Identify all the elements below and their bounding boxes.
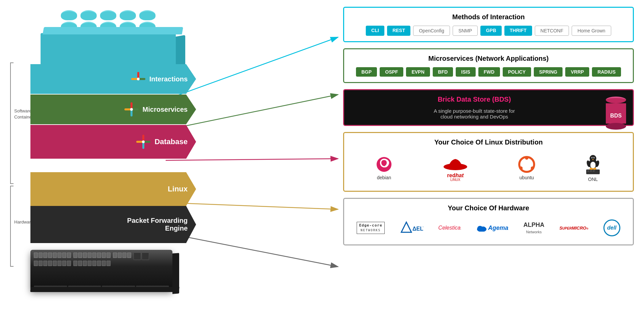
svg-point-37: [590, 155, 596, 162]
distro-ubuntu-label: ubuntu: [520, 175, 534, 180]
hardware-title: Your Choice Of Hardware: [351, 204, 626, 212]
layer-database: Database: [30, 125, 196, 159]
celestica-logo: Celestica.: [438, 225, 462, 231]
hardware-logos: Edge-core NETWORKS ΔELTA Celestica.: [351, 217, 626, 239]
svg-point-36: [590, 162, 596, 168]
distro-ubuntu: ubuntu: [518, 156, 535, 180]
lego-stud: [100, 10, 116, 20]
bds-icon: BDS: [606, 97, 626, 119]
windmill-icon-database: [136, 135, 150, 149]
software-bracket: [10, 62, 14, 184]
switch-bottom: [30, 287, 179, 292]
penguin-icon: [585, 154, 601, 175]
lego-top-face: [43, 27, 183, 34]
ubuntu-logo-icon: [518, 156, 535, 173]
vendor-supermicro: SUPERMICRO®: [559, 225, 589, 231]
layer-database-label: Database: [154, 137, 188, 146]
svg-point-14: [137, 78, 140, 80]
layer-pfe-label: Packet ForwardingEngine: [127, 217, 188, 232]
tag-policy: POLICY: [503, 67, 531, 77]
vendor-delta: ΔELTA: [400, 220, 423, 235]
layer-interactions-label: Interactions: [149, 75, 188, 83]
layer-linux-label: Linux: [168, 185, 188, 193]
software-label: Software Container: [14, 108, 33, 120]
tag-gpb: GPB: [480, 26, 501, 36]
microservices-title: Microservices (Network Applications): [351, 55, 626, 62]
svg-point-41: [594, 157, 594, 158]
layer-interactions: Interactions: [30, 64, 196, 94]
vendor-celestica: Celestica.: [438, 225, 462, 231]
tag-openconfig: OpenConfig: [413, 26, 450, 36]
svg-marker-47: [401, 222, 411, 232]
lego-stud: [120, 10, 136, 20]
hardware-panel: Your Choice Of Hardware Edge-core NETWOR…: [343, 198, 634, 245]
bds-panel: Brick Data Store (BDS) A single purpose-…: [343, 89, 634, 126]
vendor-alpha: ALPHA Networks: [523, 221, 544, 235]
bds-content: Brick Data Store (BDS) A single purpose-…: [351, 96, 626, 120]
tag-spring: SPRING: [534, 67, 563, 77]
layer-linux: Linux: [30, 172, 196, 206]
svg-text:ΔELTA: ΔELTA: [412, 226, 423, 232]
svg-point-19: [130, 108, 133, 111]
distro-debian-label: debian: [377, 175, 391, 180]
vendor-dell: dell: [603, 219, 620, 236]
layer-pfe: Packet ForwardingEngine: [30, 206, 196, 243]
distros-row: debian redhatLINUX: [351, 151, 626, 185]
hardware-bracket: [10, 186, 14, 267]
windmill-icon-microservices: [124, 102, 139, 116]
svg-point-28: [525, 156, 528, 160]
distro-onl: ONL: [585, 154, 601, 182]
vendor-agema: Agema: [477, 224, 508, 232]
switch-illustration: [30, 250, 172, 304]
delta-icon: ΔELTA: [400, 220, 423, 234]
microservices-tags: BGP OSPF EVPN BFD ISIS FWD POLICY SPRING…: [351, 67, 626, 77]
svg-rect-31: [586, 169, 600, 174]
svg-point-51: [481, 227, 486, 231]
methods-panel: Methods of Interaction CLI REST OpenConf…: [343, 7, 634, 42]
left-section: Software Container Hardware: [10, 10, 220, 307]
lego-stud: [61, 10, 77, 20]
svg-point-40: [592, 157, 592, 158]
bds-icon-label: BDS: [610, 113, 622, 119]
redhat-logo: redhatLINUX: [442, 155, 469, 182]
svg-point-29: [531, 166, 534, 170]
tag-thrift: THRIFT: [504, 26, 532, 36]
svg-point-24: [142, 140, 145, 143]
lego-stud: [80, 10, 97, 20]
distro-onl-label: ONL: [588, 177, 598, 182]
tag-netconf: NETCONF: [535, 26, 569, 36]
windmill-icon-interactions: [131, 72, 145, 86]
alpha-logo: ALPHA: [523, 221, 544, 228]
linux-title: Your Choice Of Linux Distribution: [351, 138, 626, 146]
tag-snmp: SNMP: [453, 26, 478, 36]
tag-bgp: BGP: [356, 67, 377, 77]
svg-point-45: [590, 168, 593, 170]
bds-cylinder-top: [606, 97, 626, 103]
tag-evpn: EVPN: [406, 67, 430, 77]
lego-body: [41, 33, 176, 67]
edgecore-logo: Edge-core NETWORKS: [357, 222, 385, 234]
methods-tags: CLI REST OpenConfig SNMP GPB THRIFT NETC…: [351, 26, 626, 36]
dell-logo: dell: [603, 219, 620, 236]
tag-fwd: FWD: [478, 67, 500, 77]
tag-homegrown: Home Grown: [572, 26, 611, 36]
debian-logo-icon: [376, 156, 392, 173]
tag-isis: ISIS: [456, 67, 475, 77]
svg-rect-34: [593, 170, 595, 172]
tag-bfd: BFD: [433, 67, 453, 77]
lego-block: [41, 10, 176, 71]
tag-vrrp: VRRP: [565, 67, 589, 77]
linux-panel: Your Choice Of Linux Distribution debian: [343, 132, 634, 192]
bds-subtitle: A single purpose-built state-store forcl…: [351, 108, 598, 120]
svg-rect-32: [587, 170, 589, 172]
bds-cylinder-bottom: [606, 123, 626, 130]
distro-debian: debian: [376, 156, 392, 180]
main-container: Software Container Hardware: [0, 0, 644, 316]
tag-cli: CLI: [366, 26, 384, 36]
agema-cloud-icon: [477, 224, 487, 232]
redhat-logo-icon: [442, 155, 469, 172]
svg-point-46: [593, 168, 596, 170]
alpha-networks-label: Networks: [526, 230, 542, 234]
delta-logo: ΔELTA: [400, 220, 423, 235]
agema-logo-text: Agema: [488, 225, 508, 232]
